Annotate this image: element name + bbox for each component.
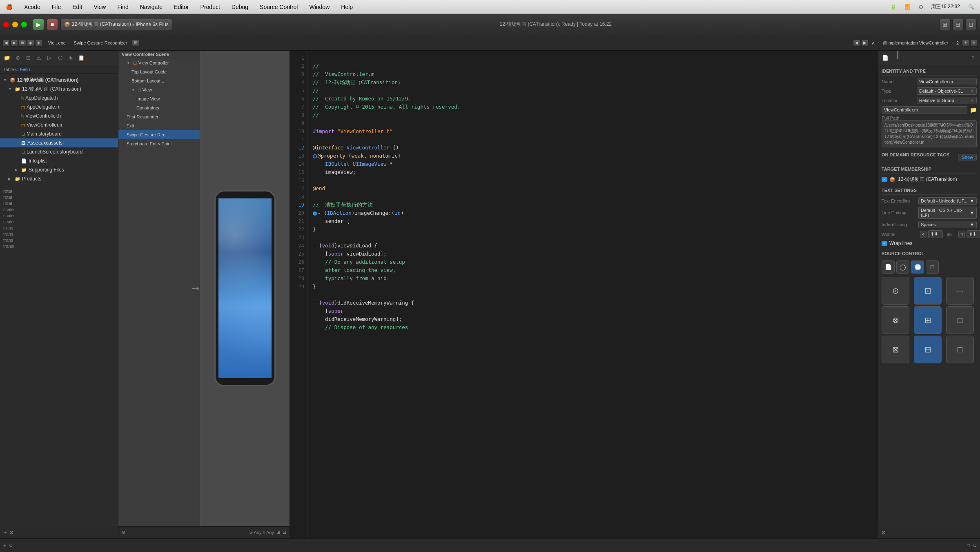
sc-grid-btn2[interactable]: ⊡ — [914, 277, 942, 305]
sc-box-btn[interactable]: □ — [926, 260, 939, 274]
debug-toggle-button[interactable]: ⊟ — [952, 19, 964, 30]
tree-file-appdelegateh[interactable]: h AppDelegate.h — [0, 93, 118, 102]
nav-right-button[interactable]: ▶ — [11, 39, 18, 47]
so-first-responder[interactable]: First Responder — [118, 112, 200, 121]
indent-stepper[interactable]: ⬆⬇ — [967, 230, 980, 238]
related-files-button[interactable]: ⊕ — [19, 39, 26, 47]
so-view[interactable]: ▼ □ View — [118, 85, 200, 94]
sc-grid-btn3[interactable]: ⋯ — [946, 277, 974, 305]
jump-implementation[interactable]: @implementation ViewController — [880, 39, 951, 47]
folder-picker-btn[interactable]: 📁 — [970, 107, 977, 113]
add-file-button[interactable]: + — [3, 529, 7, 536]
previous-counterpart-button[interactable]: ◈ — [27, 39, 34, 47]
menu-help[interactable]: Help — [339, 3, 355, 11]
search-nav-button[interactable]: ⊕ — [13, 53, 22, 62]
jump-views-item[interactable]: Vie...ene — [46, 39, 68, 47]
close-editor-button[interactable]: ✕ — [970, 39, 978, 47]
menu-xcode[interactable]: Xcode — [22, 3, 43, 11]
nav-left-button[interactable]: ◀ — [2, 39, 10, 47]
bottom-right-icon1[interactable]: □ — [967, 543, 970, 548]
menu-edit[interactable]: Edit — [70, 3, 85, 11]
sc-grid-btn9[interactable]: □ — [946, 336, 974, 363]
issue-nav-button[interactable]: ⚠ — [34, 53, 43, 62]
menu-debug[interactable]: Debug — [229, 3, 251, 11]
quick-help-btn[interactable]: ? — [969, 53, 978, 62]
so-exit[interactable]: Exit — [118, 121, 200, 130]
text-encoding-value[interactable]: Default - Unicode (UT... ▼ — [918, 197, 977, 205]
menu-view[interactable]: View — [91, 3, 108, 11]
tree-file-assets[interactable]: 🖼 Assets.xcassets — [0, 138, 118, 147]
menu-window[interactable]: Window — [307, 3, 332, 11]
show-button[interactable]: Show — [958, 154, 977, 160]
menu-navigate[interactable]: Navigate — [138, 3, 165, 11]
tree-folder-products[interactable]: ▶ 📁 Products — [0, 174, 118, 183]
size-class-btn[interactable]: ⊡ — [283, 530, 286, 535]
so-image-view[interactable]: Image View — [118, 94, 200, 103]
menu-editor[interactable]: Editor — [172, 3, 192, 11]
line-endings-value[interactable]: Default - OS X / Unix (LF) ▼ — [918, 207, 977, 219]
scheme-selector[interactable]: 📦 12-转场动画 (CATransition) › iPhone 6s Plu… — [60, 19, 172, 30]
tree-file-viewcontrollerm[interactable]: m ViewController.m — [0, 120, 118, 129]
next-counterpart-button[interactable]: ◈ — [35, 39, 42, 47]
nav-filter-button[interactable]: ⊙ — [9, 530, 13, 535]
tree-file-launchscreen[interactable]: ⊞ LaunchScreen.storyboard — [0, 147, 118, 156]
tree-root[interactable]: ▼ 📦 12-转场动画 (CATransition) — [0, 76, 118, 85]
tree-file-mainstoryboard[interactable]: ⊞ Main.storyboard — [0, 129, 118, 138]
orientation-btn[interactable]: ⊞ — [276, 530, 280, 535]
tab-width-field[interactable]: 4 — [920, 231, 927, 238]
scm-nav-button[interactable]: ⊡ — [24, 53, 33, 62]
minimize-window-button[interactable] — [12, 22, 18, 27]
jump-swipe-gesture[interactable]: Swipe Gesture Recognizer — [71, 39, 130, 47]
split-editor-button[interactable]: ⊞ — [132, 39, 139, 47]
jump-v-item[interactable]: v. — [869, 39, 878, 47]
add-editor-button[interactable]: + — [962, 39, 969, 47]
menu-product[interactable]: Product — [198, 3, 223, 11]
sc-grid-btn7[interactable]: ⊠ — [882, 336, 909, 363]
close-window-button[interactable] — [3, 22, 9, 27]
indent-using-value[interactable]: Spaces ▼ — [918, 221, 977, 228]
so-top-layout[interactable]: Top Layout Guide — [118, 67, 200, 76]
sc-grid-btn6[interactable]: □ — [946, 306, 974, 334]
sc-grid-btn8[interactable]: ⊟ — [914, 336, 942, 363]
storyboard-filter[interactable]: ⊙ — [122, 530, 125, 535]
filter-button[interactable]: ⊙ — [9, 543, 13, 548]
debug-nav-button[interactable]: ⬡ — [56, 53, 65, 62]
maximize-window-button[interactable] — [21, 22, 27, 27]
tree-file-appdelegatem[interactable]: m AppDelegate.m — [0, 102, 118, 111]
back-button[interactable]: ◀ — [853, 39, 860, 47]
tree-file-viewcontrollerh[interactable]: h ViewController.h — [0, 111, 118, 120]
sc-grid-btn5[interactable]: ⊞ — [914, 306, 942, 334]
type-value[interactable]: Default - Objective-C... ▼ — [917, 87, 977, 95]
tree-file-infoplist[interactable]: 📄 Info.plist — [0, 156, 118, 165]
jump-page-num[interactable]: 2 — [954, 39, 961, 47]
stop-button[interactable]: ■ — [47, 19, 58, 30]
report-nav-button[interactable]: 📋 — [77, 53, 86, 62]
bottom-right-icon2[interactable]: ⊙ — [973, 543, 977, 548]
search-icon[interactable]: 🔍 — [966, 3, 977, 11]
file-inspector-btn[interactable]: 📄 — [881, 53, 890, 62]
indent-width-field[interactable]: 4 — [958, 231, 965, 238]
sc-circle-btn[interactable]: ◯ — [896, 260, 909, 274]
so-constraints[interactable]: Constraints — [118, 103, 200, 112]
so-swipe-gesture[interactable]: Swipe Gesture Rec... — [118, 130, 200, 139]
so-bottom-layout[interactable]: Bottom Layout... — [118, 76, 200, 85]
so-storyboard-entry[interactable]: Storyboard Entry Point — [118, 139, 200, 148]
tree-group1[interactable]: ▼ 📁 12-转场动画 (CATransition) — [0, 85, 118, 93]
sc-grid-btn4[interactable]: ⊗ — [882, 306, 909, 334]
tree-folder-supporting[interactable]: ▶ 📁 Supporting Files — [0, 165, 118, 174]
sc-doc-btn[interactable]: 📄 — [882, 260, 895, 274]
target-checkbox[interactable]: ✓ — [882, 177, 887, 182]
sc-clock-btn[interactable]: 🕐 — [911, 260, 924, 274]
add-button[interactable]: + — [3, 543, 6, 548]
folder-icon[interactable]: 📁 — [2, 53, 11, 62]
test-nav-button[interactable]: ▷ — [45, 53, 54, 62]
filename-value[interactable]: ViewController.m — [882, 106, 967, 114]
tab-stepper[interactable]: ⬆⬇ — [928, 230, 943, 238]
wrap-lines-checkbox[interactable]: ✓ — [882, 241, 887, 246]
forward-button[interactable]: ▶ — [861, 39, 869, 47]
insp-bottom-icon[interactable]: ⊙ — [882, 530, 886, 535]
menu-file[interactable]: File — [49, 3, 64, 11]
sc-grid-btn1[interactable]: ⊙ — [882, 277, 909, 305]
apple-menu[interactable]: 🍎 — [3, 3, 15, 11]
name-value[interactable]: ViewController.m — [917, 78, 977, 85]
